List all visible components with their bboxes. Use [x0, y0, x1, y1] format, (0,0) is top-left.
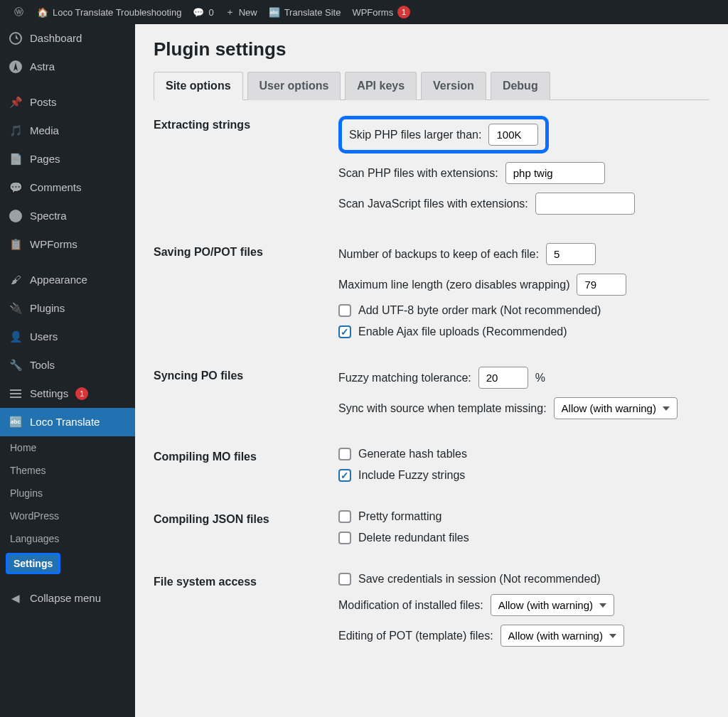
section-fs: File system access Save credentials in s…: [154, 573, 710, 655]
spectra-icon: [9, 209, 23, 223]
section-label-fs: File system access: [154, 573, 338, 655]
sidebar-item-settings[interactable]: Settings1: [0, 379, 135, 408]
svg-point-2: [9, 210, 22, 222]
site-title: Loco Translate Troubleshooting: [53, 7, 181, 18]
hash-checkbox[interactable]: [338, 448, 351, 460]
sidebar-item-pages[interactable]: 📄Pages: [0, 145, 135, 173]
creds-label: Save credentials in session (Not recomme…: [358, 573, 601, 586]
comment-icon: 💬: [9, 180, 23, 195]
sidebar-item-spectra[interactable]: Spectra: [0, 202, 135, 230]
skip-php-highlight: Skip PHP files larger than:: [338, 116, 549, 153]
hash-label: Generate hash tables: [358, 448, 467, 460]
delete-redundant-checkbox[interactable]: [338, 532, 351, 544]
include-fuzzy-label: Include Fuzzy strings: [358, 469, 465, 482]
svg-rect-5: [10, 397, 21, 398]
tab-version[interactable]: Version: [421, 72, 486, 100]
translate-icon: 🔤: [269, 7, 280, 18]
scan-js-input[interactable]: [535, 193, 635, 215]
pin-icon: 📌: [9, 95, 23, 109]
user-icon: 👤: [9, 330, 23, 344]
svg-rect-4: [10, 393, 21, 394]
utf8-checkbox[interactable]: [338, 304, 351, 317]
astra-icon: [9, 60, 23, 74]
creds-checkbox[interactable]: [338, 573, 351, 586]
sidebar-item-loco-translate[interactable]: 🔤Loco Translate: [0, 408, 135, 436]
section-label-extracting: Extracting strings: [154, 116, 338, 223]
section-label-saving: Saving PO/POT files: [154, 243, 338, 347]
sidebar-sub-languages[interactable]: Languages: [0, 527, 135, 550]
sidebar-item-media[interactable]: 🎵Media: [0, 117, 135, 145]
sidebar-sub-wordpress[interactable]: WordPress: [0, 505, 135, 527]
sidebar-item-dashboard[interactable]: Dashboard: [0, 24, 135, 53]
sidebar-item-posts[interactable]: 📌Posts: [0, 88, 135, 117]
fuzzy-suffix: %: [535, 372, 545, 384]
skip-php-label: Skip PHP files larger than:: [349, 129, 481, 141]
page-icon: 📄: [9, 152, 23, 166]
site-link[interactable]: 🏠Loco Translate Troubleshooting: [31, 0, 187, 24]
wp-logo[interactable]: ⓦ: [6, 0, 31, 24]
section-syncing: Syncing PO files Fuzzy matching toleranc…: [154, 367, 710, 428]
plug-icon: 🔌: [9, 301, 23, 316]
backups-input[interactable]: [546, 243, 596, 265]
section-label-compiling-json: Compiling JSON files: [154, 510, 338, 553]
comment-icon: 💬: [193, 7, 204, 18]
main-content: Plugin settings Site options User option…: [135, 24, 728, 717]
utf8-label: Add UTF-8 byte order mark (Not recommend…: [358, 304, 601, 317]
dashboard-icon: [9, 31, 23, 45]
skip-php-input[interactable]: [488, 124, 538, 146]
sidebar-sub-plugins[interactable]: Plugins: [0, 482, 135, 505]
wpforms-link[interactable]: WPForms1: [346, 0, 416, 24]
fuzzy-input[interactable]: [478, 367, 528, 389]
sync-select[interactable]: Allow (with warning): [554, 397, 678, 419]
tab-debug[interactable]: Debug: [491, 72, 550, 100]
pretty-checkbox[interactable]: [338, 510, 351, 523]
sidebar-item-tools[interactable]: 🔧Tools: [0, 351, 135, 379]
translate-site-link[interactable]: 🔤Translate Site: [263, 0, 347, 24]
sync-label: Sync with source when template missing:: [338, 402, 547, 415]
pot-label: Editing of POT (template) files:: [338, 630, 493, 642]
ajax-label: Enable Ajax file uploads (Recommended): [358, 325, 567, 338]
page-title: Plugin settings: [154, 38, 710, 60]
sidebar-item-users[interactable]: 👤Users: [0, 323, 135, 351]
maxline-input[interactable]: [577, 274, 626, 296]
section-compiling-mo: Compiling MO files Generate hash tables …: [154, 448, 710, 490]
tab-api-keys[interactable]: API keys: [345, 72, 417, 100]
ajax-checkbox[interactable]: [338, 325, 351, 338]
wrench-icon: 🔧: [9, 358, 23, 372]
backups-label: Number of backups to keep of each file:: [338, 248, 539, 261]
admin-sidebar: Dashboard Astra 📌Posts 🎵Media 📄Pages 💬Co…: [0, 24, 135, 717]
tab-user-options[interactable]: User options: [247, 72, 341, 100]
sidebar-item-appearance[interactable]: 🖌Appearance: [0, 266, 135, 294]
scan-js-label: Scan JavaScript files with extensions:: [338, 198, 528, 210]
sidebar-item-comments[interactable]: 💬Comments: [0, 173, 135, 202]
sidebar-sub-home[interactable]: Home: [0, 436, 135, 459]
section-compiling-json: Compiling JSON files Pretty formatting D…: [154, 510, 710, 553]
section-extracting: Extracting strings Skip PHP files larger…: [154, 116, 710, 223]
sidebar-item-wpforms[interactable]: 📋WPForms: [0, 230, 135, 259]
home-icon: 🏠: [37, 7, 48, 18]
wpforms-badge: 1: [397, 6, 410, 18]
maxline-label: Maximum line length (zero disables wrapp…: [338, 279, 569, 291]
include-fuzzy-checkbox[interactable]: [338, 469, 351, 482]
pretty-label: Pretty formatting: [358, 510, 441, 523]
scan-php-label: Scan PHP files with extensions:: [338, 167, 498, 180]
comments-link[interactable]: 💬0: [187, 0, 219, 24]
new-link[interactable]: ＋New: [220, 0, 263, 24]
sidebar-sub-settings[interactable]: Settings: [6, 553, 60, 574]
collapse-menu[interactable]: ◀Collapse menu: [0, 584, 135, 613]
admin-bar: ⓦ 🏠Loco Translate Troubleshooting 💬0 ＋Ne…: [0, 0, 728, 24]
section-label-compiling-mo: Compiling MO files: [154, 448, 338, 490]
sidebar-item-plugins[interactable]: 🔌Plugins: [0, 294, 135, 323]
scan-php-input[interactable]: [505, 162, 605, 184]
svg-rect-3: [10, 389, 21, 391]
mod-select[interactable]: Allow (with warning): [491, 594, 614, 616]
loco-icon: 🔤: [9, 415, 23, 429]
comments-count: 0: [208, 7, 213, 18]
settings-tabs: Site options User options API keys Versi…: [154, 72, 710, 100]
sidebar-item-astra[interactable]: Astra: [0, 53, 135, 81]
sidebar-sub-themes[interactable]: Themes: [0, 459, 135, 482]
tab-site-options[interactable]: Site options: [154, 72, 243, 100]
plus-icon: ＋: [225, 6, 235, 18]
pot-select[interactable]: Allow (with warning): [500, 625, 624, 647]
section-saving: Saving PO/POT files Number of backups to…: [154, 243, 710, 347]
